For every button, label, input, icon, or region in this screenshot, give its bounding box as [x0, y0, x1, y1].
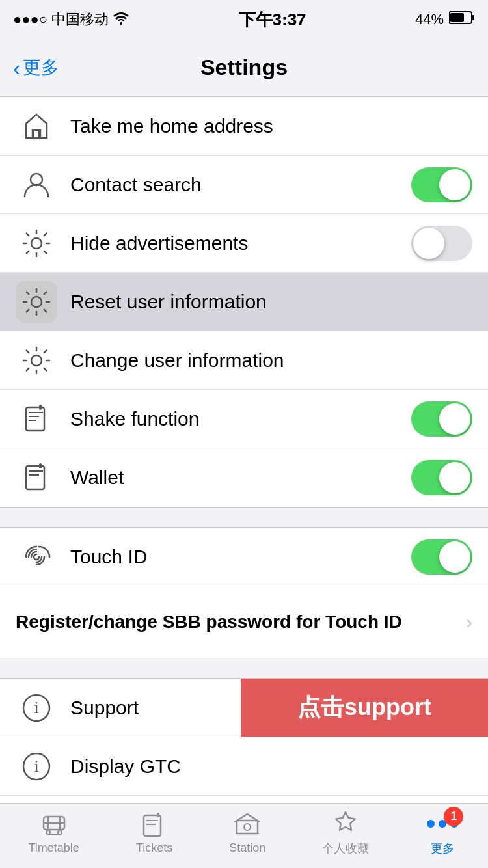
- fingerprint-icon: [16, 536, 57, 578]
- home-row[interactable]: Take me home address: [0, 97, 488, 156]
- carrier-name: 中国移动: [51, 10, 109, 29]
- info-support-icon: i: [16, 687, 57, 729]
- battery-icon: [449, 10, 475, 29]
- main-settings-section: Take me home address Contact search Hide…: [0, 96, 488, 508]
- change-row[interactable]: Change user information: [0, 331, 488, 390]
- register-row[interactable]: Register/change SBB password for Touch I…: [0, 586, 488, 658]
- reset-row[interactable]: Reset user information: [0, 273, 488, 331]
- tab-more[interactable]: 1 更多: [426, 809, 459, 856]
- star-icon: [329, 809, 362, 838]
- svg-rect-33: [157, 813, 159, 817]
- svg-rect-2: [450, 13, 464, 22]
- svg-rect-30: [144, 815, 161, 836]
- battery-percent: 44%: [415, 11, 444, 28]
- status-bar: ●●●○ 中国移动 下午3:37 44%: [0, 0, 488, 39]
- support-row[interactable]: i Support 点击support: [0, 679, 488, 737]
- svg-rect-13: [26, 466, 44, 489]
- ads-label: Hide advertisements: [70, 232, 411, 254]
- nav-bar: ‹ 更多 Settings: [0, 39, 488, 96]
- favorites-tab-label: 个人收藏: [322, 841, 369, 856]
- more-badge: 1: [444, 807, 463, 826]
- change-label: Change user information: [70, 349, 472, 372]
- home-icon: [16, 105, 57, 147]
- support-overlay: 点击support: [241, 679, 488, 737]
- ticket-shake-icon: [16, 398, 57, 440]
- svg-point-35: [244, 824, 251, 830]
- gear-change-icon: [16, 340, 57, 381]
- person-icon: [16, 164, 57, 206]
- signal-dots: ●●●○: [13, 11, 47, 28]
- back-chevron-icon: ‹: [13, 57, 20, 79]
- svg-rect-1: [472, 15, 474, 20]
- svg-rect-3: [34, 130, 39, 138]
- time-display: 下午3:37: [239, 8, 306, 31]
- touchid-row[interactable]: Touch ID: [0, 528, 488, 586]
- ticket-tab-icon: [137, 810, 171, 839]
- wallet-row[interactable]: Wallet: [0, 448, 488, 507]
- svg-point-6: [31, 297, 42, 307]
- touchid-label: Touch ID: [70, 546, 411, 568]
- wifi-icon: [113, 10, 129, 29]
- svg-rect-34: [237, 821, 258, 834]
- tab-bar: Timetable Tickets Station: [0, 803, 488, 868]
- wallet-toggle[interactable]: [411, 460, 472, 495]
- svg-text:i: i: [34, 757, 38, 776]
- wallet-icon: [16, 457, 57, 498]
- shake-row[interactable]: Shake function: [0, 390, 488, 448]
- wallet-label: Wallet: [70, 467, 411, 489]
- svg-rect-8: [26, 407, 44, 431]
- more-tab-label: 更多: [431, 841, 454, 856]
- register-label: Register/change SBB password for Touch I…: [16, 610, 459, 634]
- gear-reset-icon: [16, 281, 57, 323]
- reset-label: Reset user information: [70, 291, 472, 313]
- tab-tickets[interactable]: Tickets: [136, 810, 172, 855]
- touch-id-section: Touch ID Register/change SBB password fo…: [0, 527, 488, 658]
- ads-row[interactable]: Hide advertisements: [0, 214, 488, 273]
- ads-toggle[interactable]: [411, 226, 472, 261]
- contact-row[interactable]: Contact search: [0, 156, 488, 214]
- station-tab-label: Station: [229, 841, 265, 855]
- tab-timetable[interactable]: Timetable: [29, 810, 79, 855]
- carrier-info: ●●●○ 中国移动: [13, 10, 129, 29]
- contact-toggle[interactable]: [411, 167, 472, 202]
- tickets-tab-label: Tickets: [136, 841, 172, 855]
- tab-station[interactable]: Station: [229, 810, 265, 855]
- battery-info: 44%: [415, 10, 475, 29]
- gtc-row[interactable]: i Display GTC: [0, 737, 488, 796]
- gtc-label: Display GTC: [70, 755, 472, 778]
- shake-toggle[interactable]: [411, 401, 472, 437]
- svg-text:i: i: [34, 698, 38, 717]
- timetable-tab-label: Timetable: [29, 841, 79, 855]
- gear-ads-icon: [16, 223, 57, 264]
- svg-rect-16: [39, 463, 42, 468]
- settings-content: Take me home address Contact search Hide…: [0, 96, 488, 868]
- back-button[interactable]: ‹ 更多: [13, 55, 59, 80]
- station-icon: [230, 810, 264, 839]
- more-icon: 1: [426, 809, 459, 838]
- train-icon: [37, 810, 71, 839]
- svg-rect-12: [39, 405, 42, 410]
- support-overlay-text: 点击support: [297, 692, 431, 724]
- tab-favorites[interactable]: 个人收藏: [322, 809, 369, 856]
- back-label: 更多: [23, 55, 59, 80]
- touchid-toggle[interactable]: [411, 539, 472, 575]
- home-label: Take me home address: [70, 115, 472, 137]
- shake-label: Shake function: [70, 408, 411, 430]
- info-gtc-icon: i: [16, 746, 57, 787]
- svg-point-7: [31, 355, 42, 366]
- page-title: Settings: [200, 55, 288, 80]
- contact-label: Contact search: [70, 174, 411, 196]
- svg-point-4: [31, 174, 42, 185]
- register-chevron-icon: ›: [466, 611, 472, 633]
- svg-point-5: [31, 238, 42, 249]
